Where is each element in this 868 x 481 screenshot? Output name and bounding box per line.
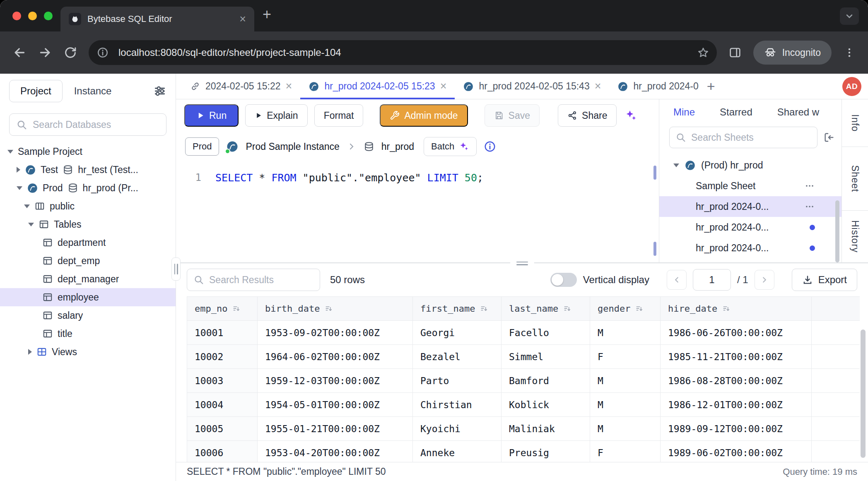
cell[interactable]: Bamford <box>502 369 590 393</box>
bookmark-star-icon[interactable] <box>697 46 709 59</box>
minimize-window-button[interactable] <box>28 12 37 20</box>
tab-mine[interactable]: Mine <box>673 106 695 118</box>
column-header[interactable]: hire_date <box>661 297 812 321</box>
cell[interactable]: Maliniak <box>502 417 590 441</box>
cell[interactable]: Georgi <box>413 321 502 345</box>
info-icon[interactable] <box>484 140 496 153</box>
run-button[interactable]: Run <box>184 104 239 127</box>
cell[interactable]: M <box>590 417 661 441</box>
sheet-item-sample[interactable]: Sample Sheet <box>659 176 841 196</box>
cell[interactable]: Parto <box>413 369 502 393</box>
close-sheet-tab-icon[interactable] <box>595 81 601 92</box>
column-header[interactable]: birth_date <box>258 297 413 321</box>
page-number-input[interactable] <box>693 269 731 291</box>
url-text[interactable]: localhost:8080/sql-editor/sheet/project-… <box>118 47 690 58</box>
tree-item-table-dept-manager[interactable]: dept_manager <box>0 270 176 288</box>
vertical-display-toggle[interactable] <box>550 273 577 287</box>
cell[interactable]: 1959-12-03T00:00:00Z <box>258 369 413 393</box>
caret-down-icon[interactable] <box>7 150 13 154</box>
tab-shared[interactable]: Shared w <box>777 106 819 118</box>
table-row[interactable]: 10006 1953-04-20T00:00:00Z Anneke Preusi… <box>187 441 860 462</box>
table-row[interactable]: 10004 1954-05-01T00:00:00Z Chirstian Kob… <box>187 393 860 417</box>
cell[interactable]: 10006 <box>187 441 258 462</box>
export-button[interactable]: Export <box>792 269 857 291</box>
save-button[interactable]: Save <box>485 104 540 127</box>
column-header[interactable]: emp_no <box>187 297 258 321</box>
cell[interactable]: 1953-04-20T00:00:00Z <box>258 441 413 462</box>
browser-menu-kebab-icon[interactable] <box>843 46 856 59</box>
back-icon[interactable] <box>12 46 27 60</box>
site-info-icon[interactable] <box>94 43 112 62</box>
tree-item-table-department[interactable]: department <box>0 233 176 252</box>
search-results-input[interactable] <box>209 274 313 286</box>
cell[interactable]: 10005 <box>187 417 258 441</box>
forward-icon[interactable] <box>38 46 52 60</box>
sheets-scrollbar[interactable] <box>835 200 839 262</box>
new-tab-button[interactable] <box>254 6 280 23</box>
caret-right-icon[interactable] <box>28 349 32 355</box>
close-sheet-tab-icon[interactable] <box>286 81 292 92</box>
instance-name[interactable]: Prod Sample Instance <box>246 141 339 152</box>
explain-button[interactable]: Explain <box>245 104 307 127</box>
editor-scroll-mark[interactable] <box>653 242 656 256</box>
cell[interactable]: 10002 <box>187 345 258 369</box>
batch-button[interactable]: Batch <box>424 137 477 156</box>
new-sheet-tab-button[interactable] <box>700 78 722 94</box>
sheet-item-unsaved-2[interactable]: hr_prod 2024-0... <box>659 238 841 258</box>
tree-item-table-employee[interactable]: employee <box>0 288 176 306</box>
more-actions-icon[interactable] <box>804 201 815 212</box>
cell[interactable]: M <box>590 369 661 393</box>
cell[interactable]: 10001 <box>187 321 258 345</box>
editor-scroll-mark[interactable] <box>653 166 656 180</box>
table-row[interactable]: 10002 1964-06-02T00:00:00Z Bezalel Simme… <box>187 345 860 369</box>
rail-tab-sheet[interactable]: Sheet <box>842 147 868 211</box>
cell[interactable]: 1955-01-21T00:00:00Z <box>258 417 413 441</box>
share-button[interactable]: Share <box>558 104 617 127</box>
table-row[interactable]: 10001 1953-09-02T00:00:00Z Georgi Facell… <box>187 321 860 345</box>
sheet-tab-active[interactable]: hr_prod 2024-02-05 15:23 <box>300 74 455 99</box>
sidebar-resize-handle[interactable] <box>171 257 181 281</box>
tree-item-views-group[interactable]: Views <box>0 343 176 361</box>
column-header[interactable]: last_name <box>502 297 590 321</box>
tree-item-table-title[interactable]: title <box>0 325 176 343</box>
tab-search-chevron-icon[interactable] <box>840 7 859 25</box>
tree-item-test-env[interactable]: Test hr_test (Test... <box>0 161 176 179</box>
filter-sliders-icon[interactable] <box>153 84 166 98</box>
tree-item-tables-group[interactable]: Tables <box>0 215 176 233</box>
tree-item-table-salary[interactable]: salary <box>0 306 176 325</box>
table-row[interactable]: 10005 1955-01-21T00:00:00Z Kyoichi Malin… <box>187 417 860 441</box>
cell[interactable]: Anneke <box>413 441 502 462</box>
search-sheets-input[interactable] <box>691 132 811 143</box>
search-databases-input[interactable] <box>33 119 159 130</box>
close-window-button[interactable] <box>12 12 21 20</box>
database-name[interactable]: hr_prod <box>381 141 414 152</box>
cell[interactable]: Simmel <box>502 345 590 369</box>
cell[interactable]: 1986-08-28T00:00:00Z <box>661 369 812 393</box>
prev-page-button[interactable] <box>667 270 687 290</box>
cell[interactable]: 1953-09-02T00:00:00Z <box>258 321 413 345</box>
tree-item-project[interactable]: Sample Project <box>0 142 176 161</box>
tree-item-prod-env[interactable]: Prod hr_prod (Pr... <box>0 179 176 197</box>
sheet-tab-adhoc[interactable]: 2024-02-05 15:22 <box>182 74 300 99</box>
tab-starred[interactable]: Starred <box>720 106 752 118</box>
column-header[interactable]: gender <box>590 297 661 321</box>
caret-down-icon[interactable] <box>28 223 34 226</box>
cell[interactable]: 1986-12-01T00:00:00Z <box>661 393 812 417</box>
cell[interactable]: 1989-09-12T00:00:00Z <box>661 417 812 441</box>
cell[interactable]: M <box>590 393 661 417</box>
tree-item-table-dept-emp[interactable]: dept_emp <box>0 252 176 270</box>
cell[interactable]: M <box>590 321 661 345</box>
cell[interactable]: 10003 <box>187 369 258 393</box>
results-splitter-handle[interactable] <box>510 260 534 267</box>
cell[interactable]: Kyoichi <box>413 417 502 441</box>
admin-mode-button[interactable]: Admin mode <box>380 104 468 127</box>
cell[interactable]: 1986-06-26T00:00:00Z <box>661 321 812 345</box>
cell[interactable]: Chirstian <box>413 393 502 417</box>
caret-down-icon[interactable] <box>17 186 22 190</box>
cell[interactable]: 1954-05-01T00:00:00Z <box>258 393 413 417</box>
caret-right-icon[interactable] <box>17 167 20 173</box>
url-bar[interactable]: localhost:8080/sql-editor/sheet/project-… <box>89 40 717 65</box>
cell[interactable]: F <box>590 345 661 369</box>
user-avatar[interactable]: AD <box>842 77 861 96</box>
reload-icon[interactable] <box>64 46 77 59</box>
